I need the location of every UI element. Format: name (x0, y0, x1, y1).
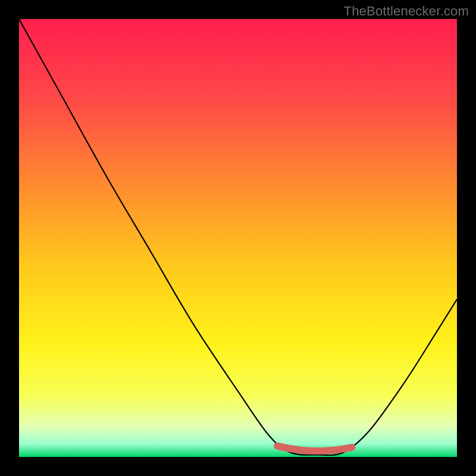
chart-frame: TheBottlenecker.com (0, 0, 476, 476)
watermark-label: TheBottlenecker.com (344, 4, 469, 19)
chart-plot-area (19, 19, 457, 457)
chart-svg (19, 19, 457, 457)
